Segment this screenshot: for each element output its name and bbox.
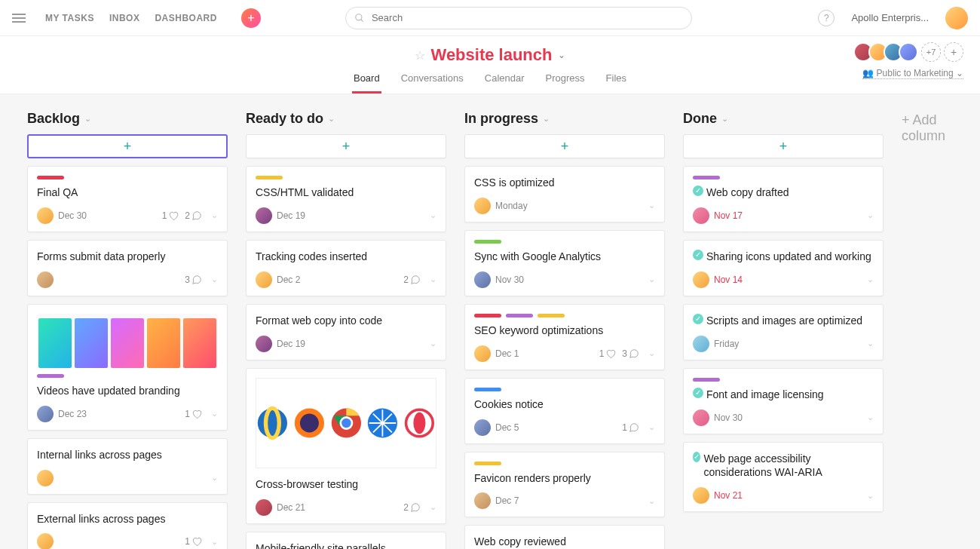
comments[interactable]: 2: [185, 210, 202, 221]
card[interactable]: Format web copy into codeDec 19⌄: [246, 304, 446, 360]
card-menu-caret[interactable]: ⌄: [867, 274, 874, 284]
comments[interactable]: 2: [403, 502, 421, 513]
add-member-button[interactable]: +: [944, 42, 963, 62]
tab-files[interactable]: Files: [605, 72, 628, 94]
card[interactable]: Web copy reviewedDec 9⌄: [464, 525, 665, 549]
assignee-avatar[interactable]: [37, 470, 54, 486]
global-add-button[interactable]: +: [241, 8, 261, 28]
search-input[interactable]: [345, 7, 692, 29]
assignee-avatar[interactable]: [693, 271, 709, 288]
card-menu-caret[interactable]: ⌄: [211, 409, 218, 419]
card-menu-caret[interactable]: ⌄: [867, 339, 874, 348]
assignee-avatar[interactable]: [256, 336, 272, 352]
assignee-avatar[interactable]: [256, 499, 272, 516]
card[interactable]: Cookies noticeDec 51⌄: [464, 378, 665, 444]
assignee-avatar[interactable]: [474, 419, 491, 436]
star-icon[interactable]: ☆: [415, 48, 425, 63]
comments[interactable]: 3: [622, 348, 639, 359]
project-title[interactable]: Website launch: [431, 45, 553, 65]
nav-inbox[interactable]: INBOX: [109, 13, 140, 23]
card[interactable]: CSS/HTML validatedDec 19⌄: [246, 166, 446, 232]
assignee-avatar[interactable]: [37, 406, 54, 422]
card[interactable]: Tracking codes insertedDec 22⌄: [246, 240, 446, 296]
tab-conversations[interactable]: Conversations: [400, 72, 465, 94]
card-menu-caret[interactable]: ⌄: [430, 210, 436, 220]
card[interactable]: CSS is optimizedMonday⌄: [464, 166, 665, 222]
workspace-selector[interactable]: Apollo Enterpris...: [851, 12, 929, 23]
assignee-avatar[interactable]: [474, 271, 491, 288]
assignee-avatar[interactable]: [693, 409, 709, 426]
column-title[interactable]: Ready to do: [246, 111, 323, 127]
nav-dashboard[interactable]: DASHBOARD: [155, 13, 217, 23]
card[interactable]: ✓Scripts and images are optimizedFriday⌄: [683, 304, 884, 360]
card-menu-caret[interactable]: ⌄: [648, 496, 655, 506]
card[interactable]: ✓Font and image licensingNov 30⌄: [683, 368, 884, 434]
user-avatar[interactable]: [945, 7, 968, 29]
column-title[interactable]: In progress: [464, 111, 538, 127]
card-menu-caret[interactable]: ⌄: [867, 491, 874, 501]
card[interactable]: Final QADec 3012⌄: [27, 166, 228, 232]
column-title[interactable]: Backlog: [27, 111, 80, 127]
assignee-avatar[interactable]: [474, 492, 491, 509]
card[interactable]: Videos have updated brandingDec 231⌄: [27, 304, 228, 431]
card-menu-caret[interactable]: ⌄: [867, 210, 874, 220]
card-menu-caret[interactable]: ⌄: [648, 348, 655, 358]
comments[interactable]: 1: [622, 422, 639, 433]
project-menu-caret[interactable]: ⌄: [558, 50, 565, 60]
menu-icon[interactable]: [12, 11, 27, 26]
card-menu-caret[interactable]: ⌄: [211, 210, 218, 220]
assignee-avatar[interactable]: [37, 533, 54, 549]
likes[interactable]: 1: [185, 409, 202, 419]
card[interactable]: SEO keyword optimizationsDec 113⌄: [464, 304, 665, 370]
card[interactable]: Mobile-friendly site parallelsDec 22⌄: [246, 532, 446, 549]
column-menu-caret[interactable]: ⌄: [328, 114, 335, 124]
card-menu-caret[interactable]: ⌄: [211, 274, 218, 284]
visibility-selector[interactable]: 👥 Public to Marketing ⌄: [862, 68, 963, 79]
card-menu-caret[interactable]: ⌄: [867, 413, 874, 422]
add-card-button[interactable]: +: [246, 134, 446, 158]
comments[interactable]: 3: [185, 274, 202, 285]
likes[interactable]: 1: [599, 348, 617, 359]
assignee-avatar[interactable]: [474, 345, 491, 362]
column-title[interactable]: Done: [683, 111, 717, 127]
likes[interactable]: 1: [185, 536, 202, 547]
card-menu-caret[interactable]: ⌄: [211, 537, 218, 547]
assignee-avatar[interactable]: [693, 207, 709, 224]
column-menu-caret[interactable]: ⌄: [84, 114, 91, 124]
tab-board[interactable]: Board: [352, 72, 381, 94]
column-menu-caret[interactable]: ⌄: [543, 114, 550, 124]
likes[interactable]: 1: [162, 210, 179, 221]
card[interactable]: ✓Sharing icons updated and workingNov 14…: [683, 240, 884, 296]
card[interactable]: ✓Web page accessibility considerations W…: [683, 442, 884, 513]
member-avatar[interactable]: [899, 42, 918, 62]
card-menu-caret[interactable]: ⌄: [430, 339, 436, 348]
comments[interactable]: 2: [403, 274, 421, 285]
card[interactable]: ✓Web copy draftedNov 17⌄: [683, 166, 884, 232]
add-card-button[interactable]: +: [683, 134, 884, 158]
tab-progress[interactable]: Progress: [544, 72, 586, 94]
card[interactable]: Sync with Google AnalyticsNov 30⌄: [464, 230, 665, 296]
card[interactable]: Internal links across pages⌄: [27, 438, 228, 495]
tab-calendar[interactable]: Calendar: [483, 72, 526, 94]
assignee-avatar[interactable]: [37, 271, 54, 288]
card[interactable]: Cross-browser testingDec 212⌄: [246, 368, 446, 524]
card-menu-caret[interactable]: ⌄: [211, 473, 218, 483]
assignee-avatar[interactable]: [256, 271, 272, 288]
add-card-button[interactable]: +: [464, 134, 665, 158]
help-icon[interactable]: ?: [818, 10, 835, 26]
add-column-button[interactable]: + Add column: [902, 111, 953, 144]
assignee-avatar[interactable]: [474, 198, 491, 214]
assignee-avatar[interactable]: [37, 207, 54, 224]
assignee-avatar[interactable]: [256, 207, 272, 224]
card-menu-caret[interactable]: ⌄: [430, 274, 436, 284]
nav-my-tasks[interactable]: MY TASKS: [45, 13, 94, 23]
card[interactable]: Forms submit data properly3⌄: [27, 240, 228, 296]
add-card-button[interactable]: +: [27, 134, 228, 158]
card-menu-caret[interactable]: ⌄: [648, 422, 655, 432]
card[interactable]: Favicon renders properlyDec 7⌄: [464, 452, 665, 518]
assignee-avatar[interactable]: [693, 487, 709, 504]
card-menu-caret[interactable]: ⌄: [430, 502, 436, 512]
assignee-avatar[interactable]: [693, 336, 709, 352]
card[interactable]: External links across pages1⌄: [27, 502, 228, 549]
column-menu-caret[interactable]: ⌄: [721, 114, 728, 124]
